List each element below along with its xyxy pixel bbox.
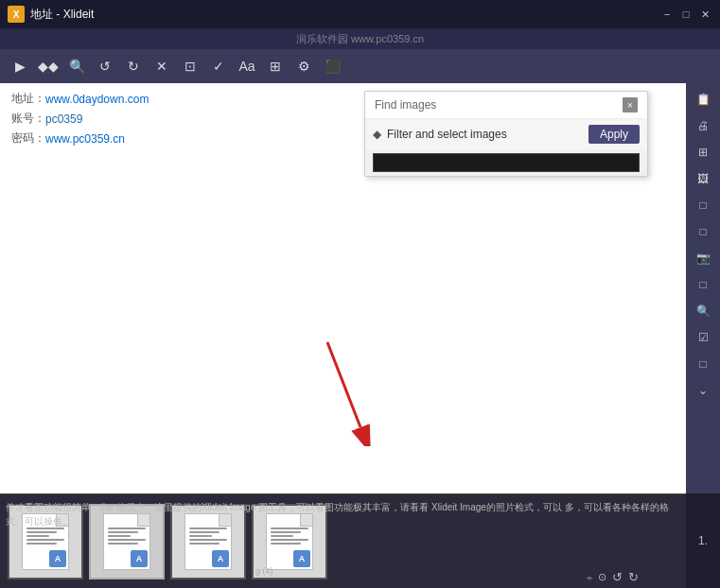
sidebar-frame2-button[interactable]: □ <box>690 219 716 244</box>
thumbnail-2[interactable]: A <box>89 504 165 579</box>
password-value: www.pc0359.cn <box>45 132 125 146</box>
doc-badge-2: A <box>131 550 148 567</box>
thumbnail-3[interactable]: A <box>170 504 246 579</box>
next-button[interactable]: ↻ <box>628 570 639 584</box>
check-button[interactable]: ✓ <box>206 54 231 78</box>
divider-icon: ÷ <box>587 572 592 583</box>
play-button[interactable]: ▶ <box>8 54 32 78</box>
doc-lines-2 <box>104 527 149 546</box>
filter-label: Filter and select images <box>387 128 583 141</box>
main-toolbar: ▶ ◆◆ 🔍 ↺ ↻ ✕ ⊡ ✓ Aa ⊞ ⚙ ⬛ <box>0 49 720 83</box>
settings-button[interactable]: ⚙ <box>291 54 316 78</box>
sidebar-frame-button[interactable]: □ <box>690 193 716 217</box>
sidebar-export-button[interactable]: □ <box>690 352 716 376</box>
find-images-panel: Find images × ◆ Filter and select images… <box>364 91 648 177</box>
prev-button[interactable]: ↺ <box>612 570 623 584</box>
delete-button[interactable]: ✕ <box>149 54 174 78</box>
crop-button[interactable]: ⊡ <box>178 54 202 78</box>
page-number-column: 1. <box>686 493 720 588</box>
doc-lines-1 <box>23 527 68 546</box>
thumb-label-4: g (4) <box>255 566 273 576</box>
url-label: 地址： <box>11 91 45 107</box>
window-title: 地址 - Xlideit <box>30 7 94 23</box>
main-content: 地址： www.0daydown.com 账号： pc0359 密码： www.… <box>0 83 720 493</box>
account-label: 账号： <box>11 111 45 127</box>
minimize-button[interactable]: − <box>659 8 675 21</box>
doc-icon-3: A <box>184 513 232 570</box>
rotate-right-button[interactable]: ↻ <box>121 54 146 78</box>
document-area: 地址： www.0daydown.com 账号： pc0359 密码： www.… <box>0 83 686 493</box>
doc-lines-3 <box>185 527 231 546</box>
doc-icon-4: A <box>266 513 313 570</box>
sidebar-image-button[interactable]: 🖼 <box>690 166 716 191</box>
fullscreen-button[interactable]: ⬛ <box>320 54 344 78</box>
thumbnail-1[interactable]: A <box>8 504 83 579</box>
window-controls: − □ ✕ <box>659 8 712 21</box>
doc-body <box>0 158 686 493</box>
sidebar-down-button[interactable]: ⌄ <box>690 378 716 403</box>
doc-badge-1: A <box>49 550 66 567</box>
app-icon: X <box>8 6 25 23</box>
doc-icon-1: A <box>22 513 69 570</box>
doc-icon-2: A <box>103 513 150 570</box>
sidebar-folder-button[interactable]: □ <box>690 272 716 297</box>
nav-button[interactable]: ◆◆ <box>36 54 61 78</box>
bottom-panel: A A <box>0 493 720 588</box>
svg-line-1 <box>327 342 360 427</box>
doc-badge-3: A <box>212 550 229 567</box>
sidebar-camera-button[interactable]: 📷 <box>690 246 716 270</box>
titlebar-left: X 地址 - Xlideit <box>8 6 94 23</box>
maximize-button[interactable]: □ <box>678 8 694 21</box>
find-panel-title: Find images <box>375 98 623 112</box>
search-button[interactable]: 🔍 <box>64 54 89 78</box>
playback-controls: ÷ ⊙ ↺ ↻ <box>587 570 639 584</box>
page-number: 1. <box>698 534 708 547</box>
right-sidebar: 📋 🖨 ⊞ 🖼 □ □ 📷 □ 🔍 ☑ □ ⌄ <box>686 83 720 493</box>
password-label: 密码： <box>11 130 45 147</box>
find-filter-row: ◆ Filter and select images Apply <box>365 119 647 149</box>
sidebar-search-button[interactable]: 🔍 <box>690 299 716 323</box>
url-value: www.0daydown.com <box>45 93 149 106</box>
text-button[interactable]: Aa <box>235 54 259 78</box>
rotate-left-button[interactable]: ↺ <box>93 54 117 78</box>
apply-button[interactable]: Apply <box>588 125 640 144</box>
account-value: pc0359 <box>45 112 82 126</box>
thumbnail-strip: A A <box>0 493 686 588</box>
find-dropdown[interactable] <box>373 153 640 172</box>
red-arrow <box>308 333 384 446</box>
main-window: X 地址 - Xlideit − □ ✕ 润乐软件园 www.pc0359.cn… <box>0 0 720 588</box>
close-button[interactable]: ✕ <box>697 8 712 21</box>
doc-badge-4: A <box>293 550 310 567</box>
circle-icon: ⊙ <box>598 571 606 583</box>
filter-icon: ◆ <box>373 128 381 141</box>
sidebar-print-button[interactable]: 🖨 <box>690 113 716 138</box>
watermark-overlay: 润乐软件园 www.pc0359.cn <box>0 28 720 49</box>
thumbnail-4[interactable]: A g (4) <box>252 504 327 579</box>
doc-lines-4 <box>267 527 312 546</box>
find-dropdown-row <box>365 149 647 176</box>
sidebar-check-button[interactable]: ☑ <box>690 325 716 350</box>
sidebar-grid-button[interactable]: ⊞ <box>690 140 716 164</box>
find-close-button[interactable]: × <box>623 97 638 112</box>
watermark-text: 润乐软件园 www.pc0359.cn <box>296 32 424 46</box>
find-panel-header: Find images × <box>365 92 647 119</box>
watermark-banner: 润乐软件园 www.pc0359.cn <box>0 28 720 49</box>
titlebar: X 地址 - Xlideit − □ ✕ <box>0 0 720 28</box>
grid-button[interactable]: ⊞ <box>263 54 288 78</box>
sidebar-copy-button[interactable]: 📋 <box>690 87 716 112</box>
